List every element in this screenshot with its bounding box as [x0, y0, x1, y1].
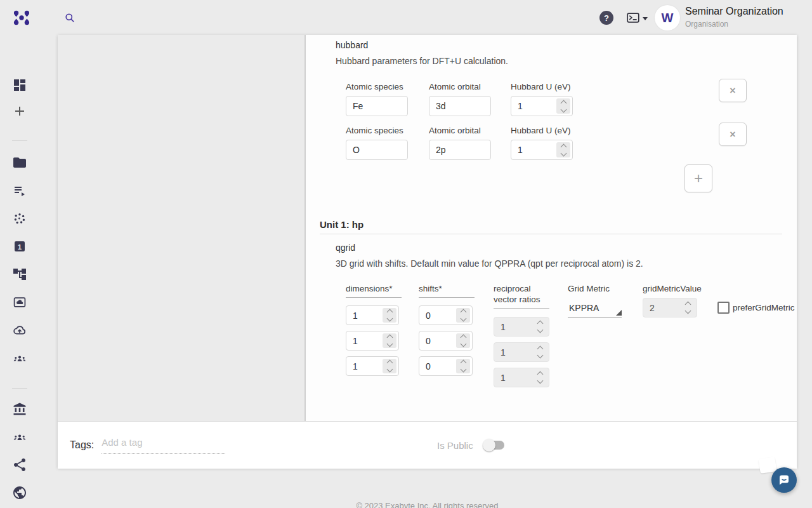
atomic-species-input[interactable]: [346, 96, 408, 116]
app-screen: ? W Seminar Organization Organisation: [0, 0, 812, 508]
chevron-down-icon: [386, 341, 393, 347]
playlist-play-icon: [12, 183, 27, 198]
sidebar-item-clusters[interactable]: [12, 211, 27, 226]
sidebar-divider: [12, 140, 27, 141]
hubbard-u-field[interactable]: [511, 96, 573, 116]
is-public-toggle[interactable]: [483, 439, 506, 451]
sidebar-item-share[interactable]: [12, 457, 27, 472]
dimensions-label: dimensions*: [346, 283, 402, 298]
stepper-buttons[interactable]: [456, 333, 470, 348]
dimension-field[interactable]: [346, 305, 399, 325]
atomic-orbital-label: Atomic orbital: [429, 125, 481, 136]
hubbard-description: Hubbard parameters for DFT+U calculation…: [336, 56, 508, 66]
dimension-field[interactable]: [346, 356, 399, 376]
sidebar-item-materials[interactable]: 1: [12, 239, 27, 254]
molecule-logo-icon: [11, 8, 32, 28]
grid-metric-select[interactable]: KPPRA: [568, 298, 622, 318]
atomic-species-label: Atomic species: [346, 125, 403, 136]
sidebar-item-jobs[interactable]: [12, 183, 27, 198]
stepper-buttons: [681, 300, 695, 315]
qgrid-description: 3D grid with shifts. Default min value f…: [336, 258, 643, 269]
org-avatar[interactable]: W: [655, 5, 680, 30]
search-icon: [63, 11, 76, 24]
sidebar-item-media[interactable]: [12, 295, 27, 310]
stepper-buttons[interactable]: [383, 308, 396, 323]
chevron-up-icon: [386, 309, 393, 316]
grid-metric-selected-value: KPPRA: [569, 303, 599, 313]
search-button[interactable]: [63, 11, 76, 24]
sidebar-divider: [12, 388, 27, 389]
chat-widget-button[interactable]: [771, 467, 797, 493]
stepper-buttons: [533, 370, 547, 385]
app-logo[interactable]: [11, 8, 32, 28]
sidebar-item-create[interactable]: [12, 104, 27, 119]
chevron-down-icon: [560, 106, 566, 112]
chevron-up-icon: [386, 335, 393, 341]
add-row-button[interactable]: +: [684, 164, 712, 192]
prefer-grid-metric-checkbox[interactable]: [717, 302, 730, 314]
chevron-down-icon: [537, 352, 543, 359]
question-mark-icon: ?: [604, 13, 609, 23]
stepper-buttons[interactable]: [556, 98, 570, 114]
stepper-buttons[interactable]: [456, 308, 470, 323]
console-menu-button[interactable]: [625, 10, 648, 25]
sidebar-item-organization[interactable]: [12, 401, 27, 417]
avatar-letter: W: [662, 11, 674, 25]
chevron-down-icon: [684, 308, 691, 314]
shift-field[interactable]: [419, 331, 473, 351]
sidebar-item-uploads[interactable]: [12, 323, 27, 338]
reciprocal-label-line1: reciprocal: [494, 284, 531, 293]
workflow-editor-panel: hubbard Hubbard parameters for DFT+U cal…: [58, 35, 797, 468]
tags-group: Tags:: [70, 422, 225, 469]
tags-label: Tags:: [70, 439, 94, 451]
qgrid-title: qgrid: [336, 243, 355, 253]
shift-field[interactable]: [419, 356, 473, 376]
hubbard-u-label: Hubbard U (eV): [511, 125, 571, 136]
chevron-up-icon: [537, 321, 543, 327]
dimension-field[interactable]: [346, 331, 399, 351]
reciprocal-ratio-field: [494, 317, 549, 337]
org-name: Seminar Organization: [685, 6, 783, 17]
remove-row-button[interactable]: ×: [719, 123, 747, 146]
sidebar-item-team[interactable]: [12, 351, 27, 366]
cloud-upload-icon: [12, 323, 27, 338]
shifts-label: shifts*: [419, 283, 475, 298]
chevron-up-icon: [537, 371, 543, 378]
close-icon: ×: [730, 129, 735, 140]
unit-heading: Unit 1: hp: [320, 219, 363, 230]
help-button[interactable]: ?: [599, 11, 613, 25]
select-arrow-icon: [616, 310, 622, 316]
chevron-up-icon: [684, 302, 691, 308]
sidebar-item-projects[interactable]: [12, 155, 27, 170]
chevron-down-icon: [643, 17, 648, 20]
atomic-species-input[interactable]: [346, 140, 408, 160]
copyright-text: © 2023 Exabyte Inc. All rights reserved: [58, 501, 797, 508]
chevron-down-icon: [460, 366, 466, 373]
atomic-orbital-input[interactable]: [429, 96, 491, 116]
chevron-down-icon: [537, 327, 543, 333]
stepper-buttons[interactable]: [383, 359, 396, 373]
atomic-orbital-input[interactable]: [429, 140, 491, 160]
prefer-grid-metric-label: preferGridMetric: [733, 302, 795, 313]
reciprocal-ratio-field: [494, 342, 549, 362]
shift-field[interactable]: [419, 305, 473, 325]
remove-row-button[interactable]: ×: [719, 79, 747, 102]
stepper-buttons[interactable]: [456, 359, 470, 373]
org-switcher[interactable]: Seminar Organization Organisation: [685, 6, 783, 29]
hubbard-u-field[interactable]: [511, 140, 573, 160]
sidebar-item-workflows[interactable]: [12, 267, 27, 282]
plus-icon: [12, 104, 27, 119]
is-public-group: Is Public: [437, 422, 506, 469]
sidebar-item-dashboard[interactable]: [12, 77, 27, 93]
share-icon: [12, 457, 27, 472]
sidebar-item-public[interactable]: [12, 485, 27, 500]
stepper-buttons[interactable]: [383, 333, 396, 348]
hubbard-u-label: Hubbard U (eV): [511, 81, 571, 92]
reciprocal-ratio-field: [494, 368, 549, 387]
org-type: Organisation: [685, 20, 783, 29]
stepper-buttons[interactable]: [556, 142, 570, 157]
add-tag-input[interactable]: [102, 437, 225, 454]
sidebar-item-members[interactable]: [12, 429, 27, 444]
unit-form-pane: hubbard Hubbard parameters for DFT+U cal…: [306, 35, 797, 421]
plus-icon: +: [694, 170, 703, 187]
